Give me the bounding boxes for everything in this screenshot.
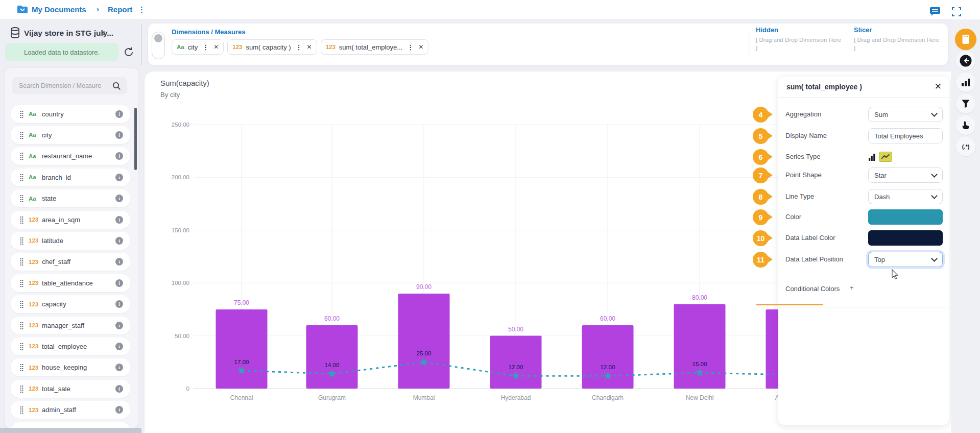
- shelf-toggle[interactable]: [152, 32, 165, 59]
- drag-handle-icon[interactable]: [20, 279, 23, 287]
- drag-handle-icon[interactable]: [20, 152, 23, 160]
- regex-icon[interactable]: (.*): [956, 137, 975, 156]
- data-label-position-select[interactable]: Top: [868, 252, 943, 267]
- drag-handle-icon[interactable]: [20, 385, 23, 393]
- field-item-restaurant_name[interactable]: Aarestaurant_namei: [11, 147, 130, 165]
- chip-close-icon[interactable]: ✕: [307, 43, 312, 51]
- display-name-field[interactable]: Total Employees: [868, 128, 943, 143]
- add-conditional-color-icon[interactable]: +: [850, 284, 854, 292]
- field-item-capacity[interactable]: 123capacityi: [11, 295, 130, 313]
- chip-kebab-icon[interactable]: ⋮: [407, 43, 414, 51]
- shelf-chip-3[interactable]: 123sum( total_employe...⋮✕: [321, 39, 429, 55]
- field-item-city[interactable]: Aacityi: [11, 126, 130, 144]
- card-icon[interactable]: [955, 29, 976, 50]
- hand-pointer-icon[interactable]: [956, 115, 975, 135]
- info-icon[interactable]: i: [115, 300, 123, 308]
- info-icon[interactable]: i: [115, 385, 123, 393]
- field-item-country[interactable]: Aacountryi: [11, 105, 130, 123]
- drag-handle-icon[interactable]: [20, 237, 23, 245]
- annotation-badge-7: 7: [753, 167, 769, 183]
- info-icon[interactable]: i: [115, 258, 123, 266]
- mouse-cursor: [892, 269, 900, 279]
- field-item-chef_staff[interactable]: 123chef_staffi: [11, 253, 130, 271]
- field-item-admin_staff[interactable]: 123admin_staffi: [11, 401, 130, 419]
- bar-series-icon[interactable]: [868, 153, 876, 161]
- field-name: house_keeping: [42, 364, 115, 371]
- field-name: capacity: [42, 300, 115, 308]
- drag-handle-icon[interactable]: [20, 174, 23, 181]
- chip-close-icon[interactable]: ✕: [213, 43, 219, 51]
- field-item-total_employee[interactable]: 123total_employeei: [11, 338, 130, 355]
- info-icon[interactable]: i: [115, 152, 123, 160]
- search-input[interactable]: [12, 82, 112, 89]
- svg-text:17.00: 17.00: [234, 359, 249, 365]
- settings-label-point-shape: Point Shape: [785, 171, 822, 179]
- info-icon[interactable]: i: [115, 406, 123, 414]
- data-label-color-swatch[interactable]: [868, 230, 943, 246]
- drag-handle-icon[interactable]: [20, 195, 23, 202]
- chip-close-icon[interactable]: ✕: [418, 43, 423, 51]
- field-search: [12, 77, 127, 94]
- line-series-icon-selected[interactable]: [879, 152, 892, 162]
- drag-handle-icon[interactable]: [20, 322, 23, 329]
- comment-icon[interactable]: [929, 7, 942, 17]
- breadcrumb-report[interactable]: Report: [108, 5, 132, 14]
- filter-icon[interactable]: [956, 94, 975, 113]
- sidebar-horizontal-scrollbar[interactable]: [0, 428, 141, 433]
- drag-handle-icon[interactable]: [20, 300, 23, 308]
- line-type-select[interactable]: Dash: [868, 189, 943, 204]
- series-type-icons[interactable]: [868, 149, 943, 164]
- info-icon[interactable]: i: [115, 131, 123, 139]
- svg-text:250.00: 250.00: [172, 122, 189, 128]
- breadcrumb-my-documents[interactable]: My Documents: [32, 5, 86, 14]
- field-item-area_in_sqm[interactable]: 123area_in_sqmi: [11, 211, 130, 229]
- field-item-table_attendance[interactable]: 123table_attendancei: [11, 274, 130, 292]
- info-icon[interactable]: i: [115, 279, 123, 287]
- search-icon[interactable]: [112, 82, 121, 90]
- field-item-branch_id[interactable]: Aabranch_idi: [11, 169, 130, 186]
- folder-icon[interactable]: [17, 5, 28, 14]
- field-name: area_in_sqm: [42, 216, 115, 224]
- field-item-total_sale[interactable]: 123total_salei: [11, 380, 130, 398]
- drag-handle-icon[interactable]: [20, 216, 23, 224]
- field-item-manager_staff[interactable]: 123manager_staffi: [11, 317, 130, 334]
- chip-kebab-icon[interactable]: ⋮: [202, 43, 209, 51]
- drag-handle-icon[interactable]: [20, 110, 23, 118]
- drag-handle-icon[interactable]: [20, 258, 23, 266]
- info-icon[interactable]: i: [115, 110, 123, 118]
- series-settings-panel: sum( total_employee ) ✕ AggregationSumDi…: [778, 77, 949, 425]
- drag-handle-icon[interactable]: [20, 343, 23, 350]
- shelf-chip-1[interactable]: Aacity⋮✕: [172, 39, 224, 55]
- field-item-house_keeping[interactable]: 123house_keepingi: [11, 358, 130, 376]
- info-icon[interactable]: i: [115, 343, 123, 350]
- info-icon[interactable]: i: [115, 322, 123, 329]
- info-icon[interactable]: i: [115, 364, 123, 371]
- report-kebab-icon[interactable]: ⋮: [138, 5, 146, 14]
- drag-handle-icon[interactable]: [20, 364, 23, 371]
- drag-handle-icon[interactable]: [20, 131, 23, 139]
- field-item-latitude[interactable]: 123latitudei: [11, 232, 130, 250]
- shelf-chip-2[interactable]: 123sum( capacity )⋮✕: [227, 39, 317, 55]
- fullscreen-icon[interactable]: [952, 7, 961, 16]
- sidebar-scrollbar[interactable]: [134, 108, 137, 170]
- info-icon[interactable]: i: [115, 237, 123, 245]
- info-icon[interactable]: i: [115, 174, 123, 181]
- info-icon[interactable]: i: [115, 216, 123, 224]
- bar-chart-icon[interactable]: [956, 73, 975, 92]
- regex-glyph: (.*): [962, 143, 970, 150]
- aggregation-select[interactable]: Sum: [868, 107, 943, 122]
- annotation-badge-10: 10: [753, 230, 769, 246]
- chip-kebab-icon[interactable]: ⋮: [296, 43, 302, 51]
- color-swatch[interactable]: [868, 209, 943, 225]
- field-item-state[interactable]: Aastatei: [11, 189, 130, 207]
- collapse-sidebar-icon[interactable]: ‹: [102, 28, 105, 37]
- top-bar: My Documents › Report ⋮: [0, 0, 980, 20]
- back-icon[interactable]: [956, 51, 975, 70]
- drag-handle-icon[interactable]: [20, 406, 23, 414]
- point-shape-select[interactable]: Star: [868, 167, 943, 183]
- close-icon[interactable]: ✕: [935, 81, 942, 92]
- info-icon[interactable]: i: [115, 195, 123, 202]
- field-type-icon: Aa: [29, 196, 42, 202]
- field-name: latitude: [42, 237, 115, 245]
- refresh-icon[interactable]: [123, 46, 134, 58]
